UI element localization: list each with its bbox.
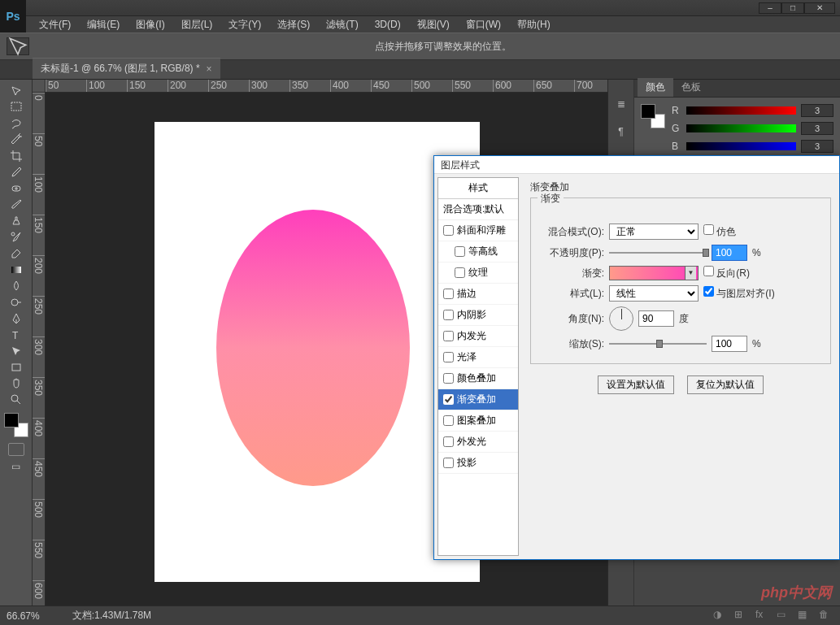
blur-tool[interactable]: [7, 278, 26, 293]
dialog-title[interactable]: 图层样式: [434, 156, 839, 174]
set-default-button[interactable]: 设置为默认值: [598, 375, 674, 394]
styles-list-header[interactable]: 样式: [438, 178, 518, 199]
window-maximize-button[interactable]: □: [781, 2, 804, 14]
style-item-contour[interactable]: 等高线: [438, 241, 518, 263]
b-slider[interactable]: [686, 142, 796, 150]
window-close-button[interactable]: ✕: [804, 2, 835, 14]
opacity-input[interactable]: [712, 245, 747, 261]
bevel-checkbox[interactable]: [443, 225, 454, 236]
eyedropper-tool[interactable]: [7, 164, 26, 180]
crop-tool[interactable]: [7, 148, 26, 163]
rectangle-tool[interactable]: [7, 359, 26, 375]
history-brush-tool[interactable]: [7, 229, 26, 245]
angle-dial[interactable]: [609, 306, 633, 331]
angle-input[interactable]: [638, 310, 674, 327]
ruler-horizontal[interactable]: 5010015020025030035040045050055060065070…: [46, 80, 607, 93]
healing-brush-tool[interactable]: [7, 180, 26, 196]
bottom-icon-2[interactable]: ⊞: [734, 609, 747, 622]
bottom-icon-5[interactable]: ▦: [798, 609, 811, 622]
style-item-satin[interactable]: 光泽: [438, 347, 518, 368]
opacity-slider[interactable]: [609, 252, 707, 254]
style-item-inner-glow[interactable]: 内发光: [438, 326, 518, 347]
quick-mask-toggle[interactable]: [8, 443, 24, 456]
menu-select[interactable]: 选择(S): [271, 16, 316, 33]
color-swatches[interactable]: [4, 413, 28, 437]
style-item-stroke[interactable]: 描边: [438, 284, 518, 305]
contour-checkbox[interactable]: [455, 246, 465, 257]
bottom-icon-6[interactable]: 🗑: [819, 609, 832, 622]
bottom-icon-4[interactable]: ▭: [777, 609, 790, 622]
character-panel-icon[interactable]: ¶: [613, 124, 629, 140]
align-checkbox-label[interactable]: 与图层对齐(I): [703, 286, 775, 301]
gradient-ellipse-shape[interactable]: [216, 210, 410, 486]
drop-shadow-checkbox[interactable]: [443, 458, 454, 468]
bottom-icon-3[interactable]: fx: [755, 609, 768, 622]
gradient-dropdown-icon[interactable]: ▼: [685, 267, 696, 280]
menu-view[interactable]: 视图(V): [411, 16, 456, 33]
menu-window[interactable]: 窗口(W): [459, 16, 507, 33]
move-tool[interactable]: [7, 83, 26, 98]
gradient-style-select[interactable]: 线性: [609, 285, 699, 302]
magic-wand-tool[interactable]: [7, 132, 26, 147]
menu-layer[interactable]: 图层(L): [175, 16, 220, 33]
dither-checkbox[interactable]: [703, 224, 714, 235]
r-value-input[interactable]: [801, 104, 833, 117]
type-tool[interactable]: T: [7, 327, 26, 342]
style-item-texture[interactable]: 纹理: [438, 263, 518, 284]
ruler-origin[interactable]: [33, 80, 46, 93]
document-tab[interactable]: 未标题-1 @ 66.7% (图层 1, RGB/8) * ×: [33, 58, 220, 79]
history-panel-icon[interactable]: ≣: [613, 96, 629, 112]
eraser-tool[interactable]: [7, 245, 26, 261]
inner-glow-checkbox[interactable]: [443, 331, 454, 341]
style-item-color-overlay[interactable]: 颜色叠加: [438, 368, 518, 389]
reverse-checkbox-label[interactable]: 反向(R): [703, 266, 750, 280]
current-tool-indicator[interactable]: [7, 37, 29, 55]
menu-edit[interactable]: 编辑(E): [81, 16, 126, 33]
document-size-info[interactable]: 文档:1.43M/1.78M: [72, 609, 151, 623]
style-item-gradient-overlay[interactable]: 渐变叠加: [438, 389, 518, 410]
document-tab-close-icon[interactable]: ×: [207, 63, 212, 75]
bottom-icon-1[interactable]: ◑: [713, 609, 726, 622]
color-panel-tab[interactable]: 颜色: [638, 78, 673, 97]
ruler-vertical[interactable]: 050100150200250300350400450500550600: [33, 93, 46, 605]
marquee-tool[interactable]: [7, 99, 26, 115]
style-item-bevel[interactable]: 斜面和浮雕: [438, 220, 518, 241]
app-logo[interactable]: Ps: [0, 0, 26, 33]
document-canvas[interactable]: [155, 122, 480, 582]
satin-checkbox[interactable]: [443, 352, 454, 362]
align-checkbox[interactable]: [703, 286, 714, 297]
color-overlay-checkbox[interactable]: [443, 373, 454, 384]
inner-shadow-checkbox[interactable]: [443, 310, 454, 320]
blend-mode-select[interactable]: 正常: [609, 224, 699, 240]
reverse-checkbox[interactable]: [703, 266, 714, 276]
clone-stamp-tool[interactable]: [7, 213, 26, 228]
menu-file[interactable]: 文件(F): [33, 16, 77, 33]
scale-slider[interactable]: [609, 343, 707, 345]
dither-checkbox-label[interactable]: 仿色: [703, 224, 736, 239]
outer-glow-checkbox[interactable]: [443, 436, 454, 447]
window-minimize-button[interactable]: –: [759, 2, 781, 14]
screen-mode-button[interactable]: ▭: [8, 460, 24, 473]
gradient-tool[interactable]: [7, 262, 26, 277]
pen-tool[interactable]: [7, 310, 26, 326]
menu-type[interactable]: 文字(Y): [222, 16, 268, 33]
menu-image[interactable]: 图像(I): [129, 16, 171, 33]
pattern-overlay-checkbox[interactable]: [443, 415, 454, 426]
reset-default-button[interactable]: 复位为默认值: [687, 375, 764, 394]
zoom-tool[interactable]: [7, 392, 26, 407]
panel-color-swatches[interactable]: [641, 104, 665, 128]
scale-input[interactable]: [712, 336, 747, 352]
foreground-color-swatch[interactable]: [4, 413, 19, 428]
brush-tool[interactable]: [7, 197, 26, 212]
g-value-input[interactable]: [801, 122, 833, 135]
hand-tool[interactable]: [7, 375, 26, 391]
style-item-drop-shadow[interactable]: 投影: [438, 453, 518, 474]
menu-3d[interactable]: 3D(D): [368, 17, 407, 32]
b-value-input[interactable]: [801, 140, 833, 153]
style-item-inner-shadow[interactable]: 内阴影: [438, 305, 518, 326]
menu-help[interactable]: 帮助(H): [511, 16, 557, 33]
swatches-panel-tab[interactable]: 色板: [673, 78, 709, 97]
r-slider[interactable]: [686, 106, 796, 115]
blending-options-item[interactable]: 混合选项:默认: [438, 199, 518, 220]
panel-fg-swatch[interactable]: [641, 104, 655, 119]
